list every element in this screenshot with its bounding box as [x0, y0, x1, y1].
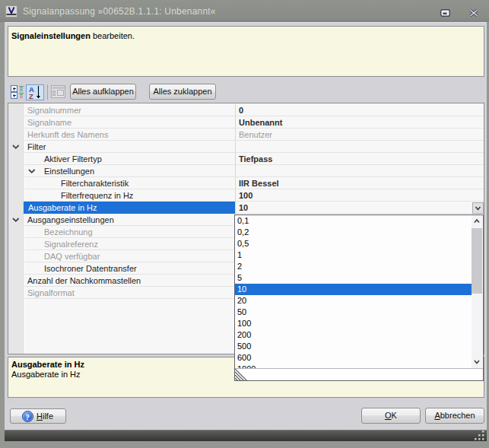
svg-text:Z: Z: [29, 92, 33, 100]
svg-text:?: ?: [26, 413, 30, 421]
